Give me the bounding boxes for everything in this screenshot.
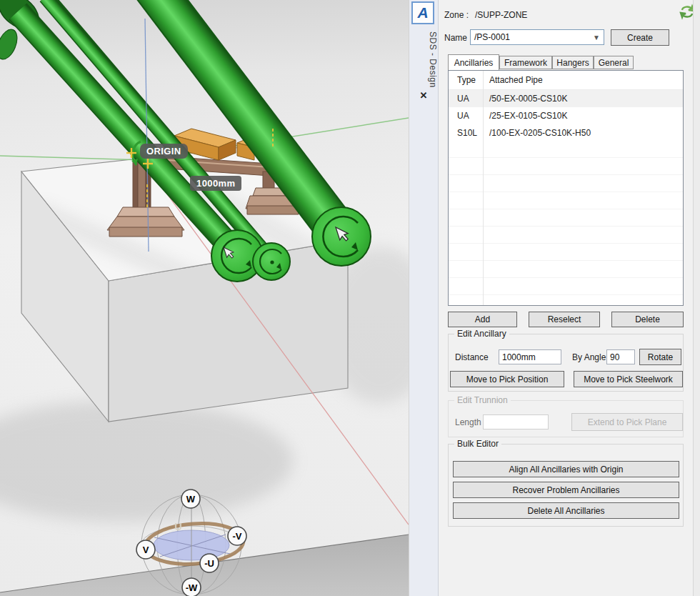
tab-hangers[interactable]: Hangers <box>552 56 594 69</box>
tab-general[interactable]: General <box>594 56 634 69</box>
by-angle-label: By Angle <box>572 352 606 362</box>
delete-button[interactable]: Delete <box>611 312 684 327</box>
cell-type: S10L <box>449 128 483 138</box>
panel-title-vertical[interactable]: SDS - Design <box>409 30 438 89</box>
attached-pipe-table[interactable]: Type Attached Pipe UA /50-EX-0005-CS10K … <box>448 70 684 306</box>
length-input[interactable] <box>483 414 549 429</box>
extend-to-pick-plane-button: Extend to Pick Plane <box>571 413 683 431</box>
move-to-pick-steelwork-button[interactable]: Move to Pick Steelwork <box>574 371 683 387</box>
cell-type: UA <box>449 111 483 121</box>
svg-text:W: W <box>186 494 196 505</box>
tab-ancillaries[interactable]: Ancillaries <box>448 54 499 70</box>
compass-axis-u-ghost: U <box>174 520 182 532</box>
column-header-type[interactable]: Type <box>449 75 483 85</box>
compass-axis-v[interactable]: V <box>136 540 155 559</box>
table-row[interactable]: UA /25-EX-0105-CS10K <box>449 107 683 124</box>
app-logo-icon[interactable]: A <box>411 1 434 24</box>
sds-design-panel: Zone : /SUPP-ZONE Name /PS-0001 ▼ Create… <box>439 0 693 596</box>
svg-text:-V: -V <box>233 531 242 542</box>
svg-text:-U: -U <box>204 558 214 569</box>
svg-text:V: V <box>143 545 149 555</box>
cell-type: UA <box>449 94 483 104</box>
compass-axis-w[interactable]: W <box>181 490 200 508</box>
svg-text:-W: -W <box>186 582 198 593</box>
create-button[interactable]: Create <box>611 29 669 46</box>
compass-axis-neg-w[interactable]: -W <box>182 578 201 596</box>
group-title: Bulk Editor <box>454 439 501 449</box>
column-separator <box>483 71 484 305</box>
rotation-disc-100mm[interactable] <box>312 207 371 266</box>
delete-all-ancillaries-button[interactable]: Delete All Ancillaries <box>453 502 679 519</box>
zone-value: /SUPP-ZONE <box>475 10 527 20</box>
edit-ancillary-group: Edit Ancillary Distance By Angle Rotate … <box>448 334 684 392</box>
rotate-button[interactable]: Rotate <box>639 349 681 365</box>
compass-axis-neg-u[interactable]: -U <box>200 554 219 572</box>
cell-pipe: /50-EX-0005-CS10K <box>483 94 567 104</box>
recover-problem-ancillaries-button[interactable]: Recover Problem Ancillaries <box>453 482 679 498</box>
3d-scene: U W -V V -U -W <box>0 0 409 596</box>
distance-field-label: Distance <box>455 352 489 362</box>
column-header-attached-pipe[interactable]: Attached Pipe <box>483 75 543 85</box>
reselect-button[interactable]: Reselect <box>529 312 600 327</box>
cell-pipe: /100-EX-0205-CS10K-H50 <box>483 128 591 138</box>
window-edge <box>693 0 700 596</box>
chevron-down-icon[interactable]: ▼ <box>593 34 600 41</box>
close-icon[interactable]: ✕ <box>409 90 438 101</box>
move-to-pick-position-button[interactable]: Move to Pick Position <box>450 371 564 387</box>
group-title: Edit Trunnion <box>454 395 511 405</box>
compass-axis-neg-v[interactable]: -V <box>228 527 246 545</box>
table-row[interactable]: UA /50-EX-0005-CS10K <box>449 90 683 107</box>
distance-input[interactable] <box>499 349 561 364</box>
cell-pipe: /25-EX-0105-CS10K <box>483 111 567 121</box>
name-label: Name <box>444 33 467 43</box>
length-field-label: Length <box>455 417 481 427</box>
3d-viewport[interactable]: U W -V V -U -W ORIGIN 1000mm <box>0 0 409 596</box>
edit-trunnion-group: Edit Trunnion Length Extend to Pick Plan… <box>448 400 684 437</box>
group-title: Edit Ancillary <box>454 329 509 339</box>
bulk-editor-group: Bulk Editor Align All Ancillaries with O… <box>448 444 684 527</box>
align-all-ancillaries-button[interactable]: Align All Ancillaries with Origin <box>453 461 679 477</box>
rotation-disc-25mm[interactable] <box>253 243 290 280</box>
zone-label: Zone : <box>444 10 469 20</box>
app-window: { "panel": { "tab_strip": { "logo": "A",… <box>0 0 700 596</box>
table-header[interactable]: Type Attached Pipe <box>449 71 683 90</box>
name-combobox[interactable]: /PS-0001 ▼ <box>470 29 604 45</box>
angle-input[interactable] <box>606 349 635 364</box>
add-button[interactable]: Add <box>448 312 517 327</box>
distance-label: 1000mm <box>190 176 241 191</box>
tab-framework[interactable]: Framework <box>499 56 552 69</box>
side-tab-strip: A SDS - Design ✕ <box>409 0 439 596</box>
table-empty-rows <box>449 141 683 305</box>
origin-label: ORIGIN <box>140 144 188 159</box>
table-row[interactable]: S10L /100-EX-0205-CS10K-H50 <box>449 124 683 141</box>
name-value: /PS-0001 <box>474 32 510 42</box>
